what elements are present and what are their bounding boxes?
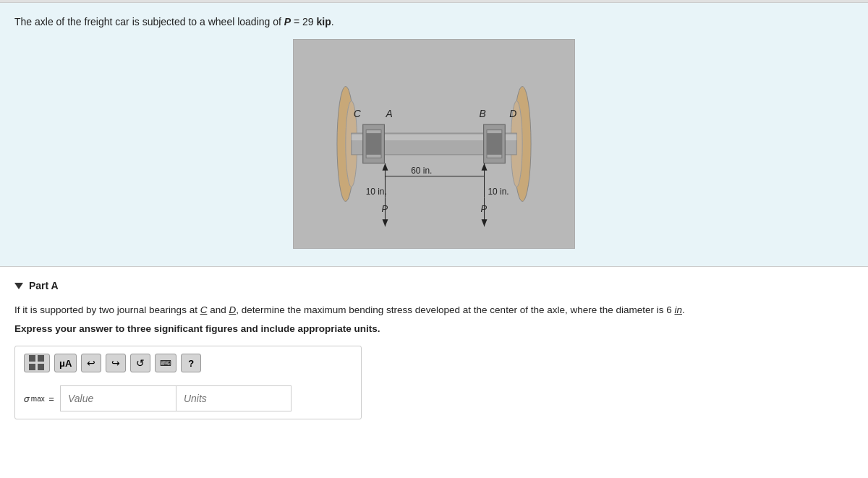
answer-box: μA ↩ ↪ ↺ ⌨ ? σmax = — [14, 346, 362, 419]
refresh-button[interactable]: ↺ — [130, 354, 150, 372]
express-text: Express your answer to three significant… — [14, 323, 854, 334]
redo-button[interactable]: ↪ — [106, 354, 126, 372]
svg-text:D: D — [509, 108, 516, 119]
svg-text:10 in.: 10 in. — [488, 187, 509, 197]
axle-svg: C A B D 60 in. 10 in. P — [294, 40, 574, 248]
problem-text-before: The axle of the freight car is subjected… — [14, 16, 284, 27]
toolbar: μA ↩ ↪ ↺ ⌨ ? — [24, 354, 352, 378]
sigma-symbol: σ — [24, 393, 30, 404]
unit-in-ref: in — [675, 304, 683, 315]
undo-button[interactable]: ↩ — [81, 354, 101, 372]
svg-rect-11 — [367, 155, 381, 158]
svg-rect-9 — [366, 129, 382, 158]
keyboard-button[interactable]: ⌨ — [155, 354, 176, 372]
equals-sign: = — [46, 393, 54, 404]
problem-section: The axle of the freight car is subjected… — [0, 3, 868, 267]
part-a-label: Part A — [29, 280, 59, 291]
part-a-header: Part A — [14, 280, 854, 291]
sigma-label: σmax = — [24, 393, 54, 404]
svg-text:60 in.: 60 in. — [411, 166, 432, 176]
mu-button[interactable]: μA — [54, 354, 77, 372]
help-button[interactable]: ? — [181, 354, 201, 372]
part-a-section: Part A If it is supported by two journal… — [0, 267, 868, 432]
value-input[interactable] — [60, 385, 176, 411]
grid-button[interactable] — [24, 354, 50, 372]
diagram-container: C A B D 60 in. 10 in. P — [14, 39, 854, 249]
sigma-subscript: max — [31, 395, 45, 403]
expand-collapse-icon[interactable] — [14, 283, 23, 289]
problem-equals: = 29 — [291, 16, 316, 27]
input-row: σmax = — [24, 385, 352, 411]
problem-text-after: . — [331, 16, 334, 27]
variable-p: P — [284, 16, 291, 27]
question-text: If it is supported by two journal bearin… — [14, 303, 810, 317]
svg-text:B: B — [480, 108, 486, 119]
axle-diagram: C A B D 60 in. 10 in. P — [293, 39, 575, 249]
grid-icon — [29, 355, 45, 371]
label-d-ref: D — [229, 304, 236, 315]
problem-unit: kip — [317, 16, 331, 27]
svg-text:10 in.: 10 in. — [366, 187, 387, 197]
svg-rect-14 — [486, 129, 502, 158]
units-input[interactable] — [176, 385, 292, 411]
problem-text: The axle of the freight car is subjected… — [14, 16, 854, 27]
label-c-ref: C — [200, 304, 208, 315]
svg-rect-16 — [487, 155, 501, 158]
svg-rect-15 — [487, 130, 501, 133]
svg-rect-10 — [367, 130, 381, 133]
svg-text:C: C — [354, 108, 362, 119]
svg-text:A: A — [385, 108, 392, 119]
